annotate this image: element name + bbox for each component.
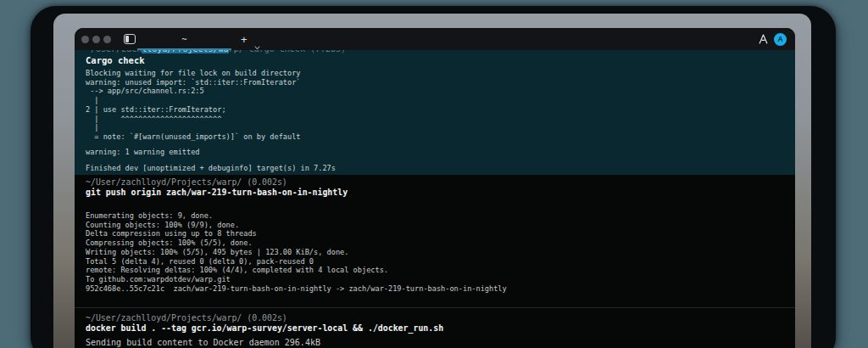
- prompt-line: ~/User/zachlloyd/Projects/warp/ (0.002s): [86, 313, 795, 323]
- prompt-line: ~/User/zachlloyd/Projects/warp/ (0.002s): [86, 177, 795, 188]
- terminal-output-line: Counting objects: 100% (9/9), done.: [86, 221, 795, 230]
- terminal-output-line: Enumerating objects: 9, done.: [86, 211, 795, 221]
- terminal-output-line: Blocking waiting for file lock on build …: [86, 69, 795, 78]
- terminal-output-line: |: [86, 96, 795, 105]
- block-output: Sending build content to Docker daemon 2…: [86, 338, 795, 348]
- clipped-text-post: rp/ cargo check (7.28s): [229, 50, 346, 53]
- block-output: Blocking waiting for file lock on build …: [86, 69, 795, 173]
- user-avatar[interactable]: A: [774, 33, 787, 46]
- new-tab-label: +: [241, 33, 248, 46]
- sidebar-toggle-icon[interactable]: [124, 34, 136, 44]
- warp-logo-icon[interactable]: [759, 31, 768, 48]
- command-block-cargo-check[interactable]: ~/User/zachlloyd/Projects/warp/ cargo ch…: [75, 50, 795, 175]
- terminal-output-line: = note: `#[warn(unused_imports)]` on by …: [86, 132, 795, 142]
- terminal-output-line: warning: 1 warning emitted: [86, 148, 795, 157]
- terminal-output-line: Delta compression using up to 8 threads: [86, 229, 795, 239]
- block-title: Cargo check: [86, 55, 795, 65]
- terminal-output-line: Compressing objects: 100% (5/5), done.: [86, 239, 795, 248]
- window-titlebar: ~ + A: [75, 28, 795, 50]
- terminal-output-line: remote: Resolving deltas: 100% (4/4), co…: [86, 266, 795, 275]
- avatar-initial: A: [777, 35, 782, 43]
- command-line: git push origin zach/war-219-turn-bash-o…: [86, 188, 795, 198]
- terminal-output-line: warning: unused import: `std::iter::From…: [86, 78, 795, 87]
- block-output: Enumerating objects: 9, done. Counting o…: [86, 211, 795, 293]
- new-tab-button[interactable]: +: [241, 28, 248, 50]
- clipped-text-selected: lloyd/Projects/wa: [142, 50, 228, 53]
- terminal-output-line: Finished dev [unoptimized + debuginfo] t…: [86, 164, 795, 173]
- command-block-docker-build[interactable]: ~/User/zachlloyd/Projects/warp/ (0.002s)…: [75, 308, 795, 348]
- terminal-scrollback[interactable]: ~/User/zachlloyd/Projects/warp/ cargo ch…: [75, 50, 795, 348]
- titlebar-right-controls: A: [759, 28, 787, 50]
- close-window-button[interactable]: [81, 36, 89, 43]
- terminal-output-line: --> app/src/channel.rs:2:5: [86, 87, 795, 96]
- terminal-output-line: Total 5 (delta 4), reused 0 (delta 0), p…: [86, 257, 795, 267]
- maximize-window-button[interactable]: [103, 36, 111, 43]
- terminal-output-line: 952c468e..55c7c21c zach/war-219-turn-bas…: [86, 284, 795, 294]
- tab-home[interactable]: ~: [137, 28, 231, 50]
- terminal-output-line: 2 | use std::iter::FromIterator;: [86, 105, 795, 115]
- warp-terminal-window: ~ + A ~/User/zachlloyd/Projects/warp/ ca…: [75, 28, 795, 348]
- terminal-output-line: Writing objects: 100% (5/5), 495 bytes |…: [86, 248, 795, 257]
- command-line: docker build . --tag gcr.io/warp-survey/…: [86, 323, 795, 334]
- minimize-window-button[interactable]: [92, 36, 100, 43]
- traffic-lights: [81, 28, 111, 50]
- clipped-text-pre: ~/User/zach: [86, 50, 142, 53]
- sidebar-pane-glyph: [125, 36, 129, 42]
- terminal-output-line: | ^^^^^^^^^^^^^^^^^^^^^^^: [86, 115, 795, 124]
- terminal-output-line: |: [86, 123, 795, 132]
- terminal-output-line: To github.com:warpdotdev/warp.git: [86, 275, 795, 284]
- device-mockup: ~ + A ~/User/zachlloyd/Projects/warp/ ca…: [0, 0, 868, 348]
- command-block-git-push[interactable]: ~/User/zachlloyd/Projects/warp/ (0.002s)…: [75, 175, 795, 307]
- terminal-output-line: Sending build content to Docker daemon 2…: [86, 338, 795, 348]
- tab-label: ~: [181, 28, 186, 50]
